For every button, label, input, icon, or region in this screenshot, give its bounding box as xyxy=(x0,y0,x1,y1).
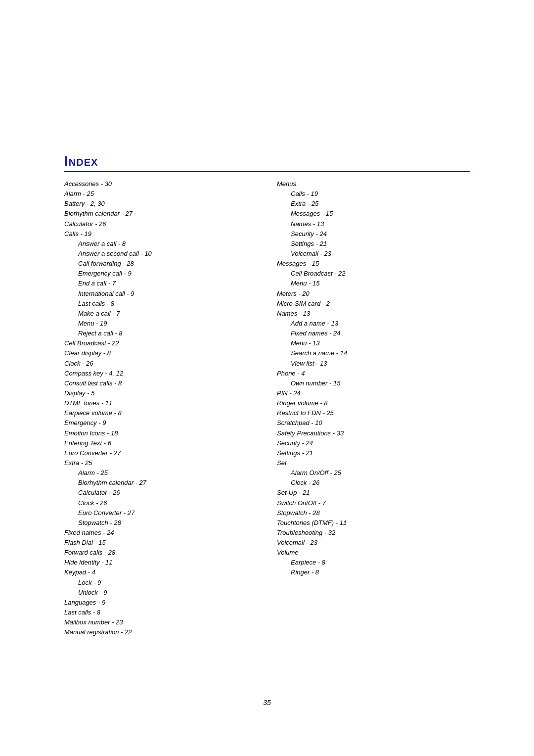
list-item: Battery - 2, 30 xyxy=(64,199,257,209)
list-item: Make a call - 7 xyxy=(64,309,257,319)
index-title: Index xyxy=(64,153,470,169)
list-item: Menu - 19 xyxy=(64,319,257,329)
list-item: Set xyxy=(277,458,470,468)
list-item: Menus xyxy=(277,179,470,189)
page-container: Index Accessories - 30Alarm - 25Battery … xyxy=(0,0,534,756)
list-item: Consult last calls - 8 xyxy=(64,378,257,388)
list-item: Voicemail - 23 xyxy=(277,538,470,548)
list-item: Clock - 26 xyxy=(277,478,470,488)
list-item: End a call - 7 xyxy=(64,279,257,288)
list-item: Names - 13 xyxy=(277,309,470,319)
list-item: Messages - 15 xyxy=(277,259,470,269)
list-item: Scratchpad - 10 xyxy=(277,418,470,428)
list-item: Touchtones (DTMF) - 11 xyxy=(277,518,470,528)
list-item: Lock - 9 xyxy=(64,578,257,588)
list-item: Clock - 26 xyxy=(64,498,257,508)
list-item: Calls - 19 xyxy=(64,229,257,239)
list-item: Mailbox number - 23 xyxy=(64,617,257,627)
list-item: DTMF tones - 11 xyxy=(64,398,257,408)
list-item: Search a name - 14 xyxy=(277,348,470,358)
list-item: Euro Converter - 27 xyxy=(64,448,257,458)
list-item: Compass key - 4, 12 xyxy=(64,369,257,378)
list-item: Messages - 15 xyxy=(277,209,470,219)
list-item: Fixed names - 24 xyxy=(64,528,257,538)
list-item: International call - 9 xyxy=(64,289,257,299)
list-item: Ringer volume - 8 xyxy=(277,398,470,408)
list-item: Accessories - 30 xyxy=(64,179,257,189)
list-item: Voicemail - 23 xyxy=(277,249,470,259)
list-item: Manual registration - 22 xyxy=(64,627,257,637)
list-item: Emotion Icons - 18 xyxy=(64,428,257,438)
list-item: Entering Text - 6 xyxy=(64,438,257,448)
title-rule xyxy=(64,171,470,172)
list-item: Volume xyxy=(277,548,470,558)
list-item: Call forwarding - 28 xyxy=(64,259,257,269)
list-item: Restrict to FDN - 25 xyxy=(277,408,470,418)
list-item: Cell Broadcast - 22 xyxy=(277,269,470,279)
list-item: Fixed names - 24 xyxy=(277,329,470,338)
list-item: Reject a call - 8 xyxy=(64,329,257,338)
page-number: 35 xyxy=(263,699,271,707)
column-right: MenusCalls - 19Extra - 25Messages - 15Na… xyxy=(277,179,470,578)
list-item: Forward calls - 28 xyxy=(64,548,257,558)
list-item: Names - 13 xyxy=(277,219,470,229)
list-item: Alarm - 25 xyxy=(64,189,257,199)
list-item: Extra - 25 xyxy=(277,199,470,209)
list-item: Earpiece - 8 xyxy=(277,558,470,567)
list-item: Add a name - 13 xyxy=(277,319,470,329)
list-item: Stopwatch - 28 xyxy=(64,518,257,528)
list-item: Ringer - 8 xyxy=(277,567,470,577)
list-item: View list - 13 xyxy=(277,359,470,369)
list-item: PIN - 24 xyxy=(277,388,470,398)
list-item: Euro Converter - 27 xyxy=(64,508,257,518)
list-item: Settings - 21 xyxy=(277,448,470,458)
list-item: Display - 5 xyxy=(64,388,257,398)
list-item: Calls - 19 xyxy=(277,189,470,199)
list-item: Phone - 4 xyxy=(277,369,470,378)
list-item: Unlock - 9 xyxy=(64,588,257,598)
list-item: Clear display - 8 xyxy=(64,348,257,358)
list-item: Troubleshooting - 32 xyxy=(277,528,470,538)
list-item: Meters - 20 xyxy=(277,289,470,299)
list-item: Answer a second call - 10 xyxy=(64,249,257,259)
list-item: Settings - 21 xyxy=(277,239,470,249)
list-item: Keypad - 4 xyxy=(64,567,257,577)
list-item: Security - 24 xyxy=(277,229,470,239)
list-item: Emergency call - 9 xyxy=(64,269,257,279)
list-item: Extra - 25 xyxy=(64,458,257,468)
list-item: Emergency - 9 xyxy=(64,418,257,428)
list-item: Own number - 15 xyxy=(277,378,470,388)
list-item: Calculator - 26 xyxy=(64,219,257,229)
list-item: Switch On/Off - 7 xyxy=(277,498,470,508)
list-item: Languages - 9 xyxy=(64,598,257,608)
list-item: Set-Up - 21 xyxy=(277,488,470,498)
list-item: Stopwatch - 28 xyxy=(277,508,470,518)
list-item: Security - 24 xyxy=(277,438,470,448)
list-item: Hide identity - 11 xyxy=(64,558,257,567)
list-item: Micro-SIM card - 2 xyxy=(277,299,470,309)
list-item: Clock - 26 xyxy=(64,359,257,369)
list-item: Flash Dial - 15 xyxy=(64,538,257,548)
list-item: Answer a call - 8 xyxy=(64,239,257,249)
index-columns: Accessories - 30Alarm - 25Battery - 2, 3… xyxy=(64,179,470,637)
list-item: Biorhythm calendar - 27 xyxy=(64,478,257,488)
content-area: Index Accessories - 30Alarm - 25Battery … xyxy=(64,153,470,637)
list-item: Last calls - 8 xyxy=(64,608,257,617)
list-item: Calculator - 26 xyxy=(64,488,257,498)
list-item: Last calls - 8 xyxy=(64,299,257,309)
list-item: Menu - 13 xyxy=(277,338,470,348)
list-item: Alarm - 25 xyxy=(64,468,257,478)
list-item: Earpiece volume - 8 xyxy=(64,408,257,418)
list-item: Alarm On/Off - 25 xyxy=(277,468,470,478)
list-item: Safety Precautions - 33 xyxy=(277,428,470,438)
list-item: Cell Broadcast - 22 xyxy=(64,338,257,348)
list-item: Biorhythm calendar - 27 xyxy=(64,209,257,219)
list-item: Menu - 15 xyxy=(277,279,470,288)
column-left: Accessories - 30Alarm - 25Battery - 2, 3… xyxy=(64,179,257,637)
